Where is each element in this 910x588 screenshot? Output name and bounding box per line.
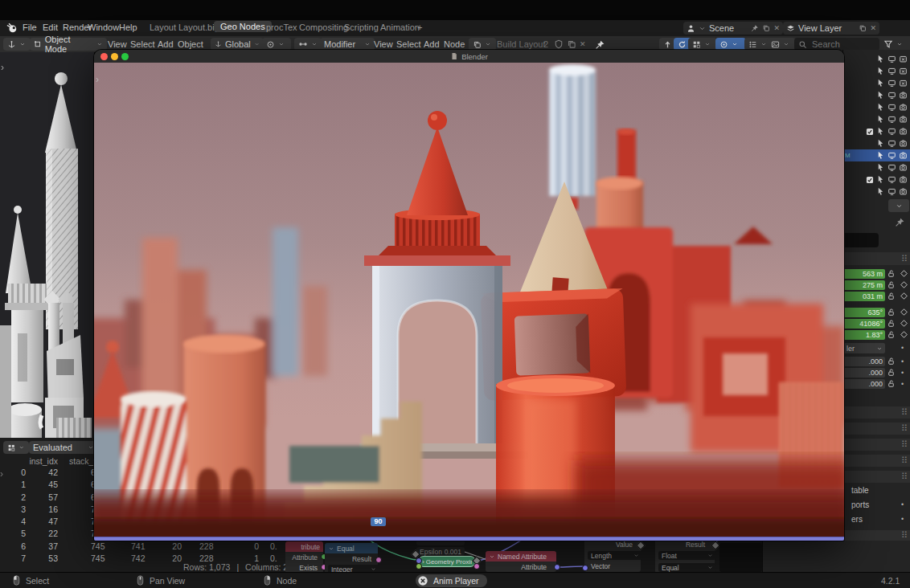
animate-dot-icon[interactable]: • [901, 369, 904, 377]
render-disabled-icon[interactable] [899, 79, 908, 88]
workspace-tab-compositing[interactable]: Compositing [299, 22, 348, 32]
new-node-group-icon[interactable] [567, 39, 576, 49]
viewport-visibility-icon[interactable] [887, 139, 896, 148]
selectable-icon[interactable] [876, 139, 885, 148]
node-menu-add[interactable]: Add [424, 39, 440, 49]
add-workspace-button[interactable]: + [417, 22, 422, 32]
workspace-tab-proctex[interactable]: procTex [266, 22, 297, 32]
pin-icon[interactable] [751, 24, 759, 32]
attribute-node[interactable]: tribute Attribute Exists [285, 541, 323, 574]
rotation-z-field[interactable]: 1.83° [843, 330, 885, 340]
equal-node[interactable]: Equal Result Integer [325, 543, 378, 574]
lock-icon[interactable] [887, 308, 896, 316]
viewport-visibility-icon[interactable] [887, 175, 896, 184]
panel-header[interactable]: ⠿ [843, 406, 910, 419]
checkbox-icon[interactable] [866, 128, 874, 136]
snapping-selector[interactable] [688, 38, 717, 51]
vector-operation-dropdown[interactable]: Length [588, 551, 642, 560]
vector-math-node[interactable]: Value Length Vector [584, 538, 641, 572]
render-visibility-icon[interactable] [899, 127, 908, 136]
location-z-field[interactable]: 031 m [843, 292, 885, 301]
collapse-icon[interactable] [328, 545, 334, 552]
rotation-x-field[interactable]: 635° [843, 308, 885, 317]
editor-type-selector[interactable] [3, 38, 31, 51]
viewport-menu-add[interactable]: Add [158, 39, 174, 49]
viewport-visibility-icon[interactable] [887, 79, 896, 88]
view-layer-selector[interactable]: View Layer ✕ [783, 22, 879, 35]
viewport-visibility-icon[interactable] [887, 67, 896, 76]
stop-icon[interactable] [417, 575, 428, 586]
render-visibility-icon[interactable] [899, 103, 908, 112]
anim-player-indicator[interactable]: Anim Player [416, 574, 487, 587]
animate-dot-icon[interactable]: • [901, 515, 904, 523]
selectable-icon[interactable] [876, 55, 885, 63]
close-icon[interactable]: ✕ [580, 40, 586, 48]
output-socket[interactable] [473, 563, 480, 570]
region-expand-icon[interactable]: › [1, 62, 4, 73]
selectable-icon[interactable] [876, 115, 885, 124]
menu-edit[interactable]: Edit [43, 22, 58, 32]
node-menu-select[interactable]: Select [396, 39, 421, 49]
selectable-icon[interactable] [876, 91, 885, 100]
close-window-button[interactable] [100, 53, 108, 60]
collapse-panel-button[interactable] [888, 199, 909, 212]
render-visibility-icon[interactable] [899, 163, 908, 172]
selectable-icon[interactable] [876, 187, 885, 196]
attribute-output-socket[interactable] [554, 564, 560, 570]
panel-header[interactable]: ⠿ [843, 252, 910, 265]
clay-viewport[interactable]: › [0, 52, 95, 438]
viewport-visibility-icon[interactable] [887, 55, 896, 63]
drag-handle-icon[interactable]: ⠿ [901, 530, 908, 541]
lock-icon[interactable] [887, 368, 896, 377]
operation-dropdown[interactable]: Equal [658, 563, 716, 572]
lock-icon[interactable] [887, 292, 896, 300]
drag-handle-icon[interactable]: ⠿ [901, 455, 908, 466]
panel-header[interactable]: ⠿ [843, 439, 910, 451]
outliner-search[interactable]: Search [794, 38, 879, 51]
workspace-tab-layout[interactable]: Layout [150, 22, 176, 32]
render-visibility-icon[interactable] [899, 139, 908, 148]
workspace-tab-geo-nodes[interactable]: Geo Nodes [214, 21, 272, 32]
fake-user-shield-icon[interactable] [554, 39, 564, 49]
outliner-row[interactable] [843, 89, 910, 101]
viewport-visibility-icon[interactable] [887, 103, 896, 112]
panel-header[interactable]: ⠿ [843, 455, 910, 467]
keyframe-diamond-icon[interactable] [900, 280, 908, 289]
keyframe-diamond-icon[interactable] [900, 330, 908, 339]
viewport-visibility-icon[interactable] [887, 163, 896, 172]
name-field[interactable] [843, 233, 879, 247]
outliner-row[interactable] [843, 174, 910, 186]
node-group-name[interactable]: Build Layout [497, 39, 546, 49]
epsilon-fields[interactable]: Epsilon 0.001 [416, 539, 465, 556]
panel-header[interactable]: ⠿ [843, 423, 910, 435]
viewport-menu-object[interactable]: Object [178, 39, 203, 49]
render-visibility-icon[interactable] [899, 91, 908, 100]
node-group-icon-button[interactable] [469, 38, 496, 51]
location-x-field[interactable]: 563 m [843, 269, 885, 279]
pivot-point-selector[interactable] [262, 38, 291, 51]
pin-icon[interactable] [595, 39, 605, 50]
node-group-user-count[interactable]: 2 [543, 39, 548, 49]
selectable-icon[interactable] [876, 79, 885, 88]
render-visibility-icon[interactable] [899, 151, 908, 160]
outliner-row[interactable] [843, 137, 910, 149]
node-menu-node[interactable]: Node [444, 39, 465, 49]
selectable-icon[interactable] [876, 127, 885, 136]
outliner-filter-button[interactable] [879, 38, 908, 51]
input-socket[interactable] [416, 563, 422, 570]
transform-orientation-selector[interactable]: Global [211, 38, 264, 51]
outliner-row[interactable] [843, 125, 910, 137]
named-attribute-node[interactable]: Named Attribute Attribute [486, 551, 556, 572]
render-disabled-icon[interactable] [899, 67, 908, 76]
drag-handle-icon[interactable]: ⠿ [901, 423, 908, 434]
menu-help[interactable]: Help [119, 22, 137, 32]
outliner-filter-mode[interactable] [767, 38, 796, 51]
outliner-row[interactable] [843, 161, 910, 174]
selectable-icon[interactable] [876, 175, 885, 184]
lock-icon[interactable] [887, 379, 896, 388]
node-frame[interactable] [719, 543, 762, 572]
drag-handle-icon[interactable]: ⠿ [901, 254, 908, 264]
window-titlebar[interactable]: Blender [94, 50, 844, 63]
spreadsheet-editor-type[interactable] [3, 441, 29, 454]
flag-show-viewports[interactable]: ports [851, 500, 869, 509]
